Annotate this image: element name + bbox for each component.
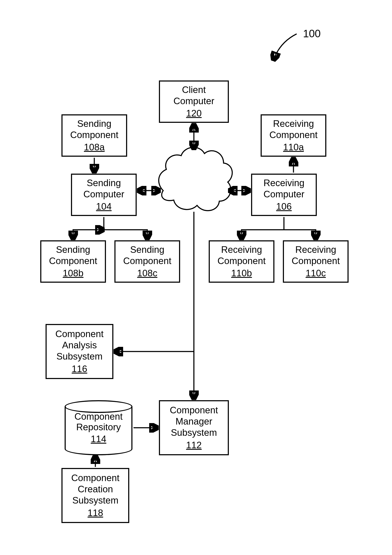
- node-line: Creation: [78, 484, 113, 495]
- edge-106-110b: [242, 230, 284, 239]
- node-line: Subsystem: [72, 495, 118, 506]
- edge-104-108b: [73, 230, 104, 239]
- node-line: Component: [70, 129, 118, 141]
- node-line: Client: [182, 84, 206, 95]
- node-sending-component-c: Sending Component 108c: [114, 240, 180, 283]
- node-ref: 110b: [231, 268, 252, 279]
- node-ref: 108c: [137, 268, 157, 279]
- node-line: Component: [292, 255, 340, 267]
- node-line: Receiving: [221, 244, 262, 255]
- node-ref: 118: [88, 507, 103, 518]
- node-line: Computer: [263, 189, 304, 200]
- node-sending-computer: Sending Computer 104: [71, 174, 137, 216]
- node-line: Component: [123, 255, 171, 267]
- node-line: Component: [170, 405, 218, 416]
- node-line: Receiving: [295, 244, 336, 255]
- node-line: Computer: [83, 189, 124, 200]
- node-ref: 104: [96, 201, 111, 212]
- node-line: Sending: [77, 118, 111, 129]
- diagram-stage: 100 Client Computer 120 Sending Componen…: [0, 0, 392, 555]
- cloud-icon: [159, 147, 232, 211]
- node-receiving-computer: Receiving Computer 106: [251, 174, 317, 216]
- node-line: Component: [49, 255, 97, 267]
- node-ref: 120: [186, 108, 201, 119]
- node-sending-component-b: Sending Component 108b: [40, 240, 106, 283]
- node-ref: 108a: [84, 142, 105, 153]
- node-analysis-subsystem: Component Analysis Subsystem 116: [45, 324, 113, 379]
- node-creation-subsystem: Component Creation Subsystem 118: [61, 468, 129, 523]
- ref-arrow-100: [273, 34, 297, 60]
- node-line: Component: [71, 472, 119, 484]
- node-line: Repository: [76, 422, 121, 432]
- node-line: Computer: [173, 95, 214, 107]
- node-line: Analysis: [62, 340, 97, 351]
- node-receiving-component-a: Receiving Component 110a: [261, 114, 326, 157]
- node-line: Sending: [130, 244, 164, 255]
- node-receiving-component-c: Receiving Component 110c: [283, 240, 348, 283]
- node-receiving-component-b: Receiving Component 110b: [209, 240, 274, 283]
- node-ref: 112: [186, 440, 201, 451]
- node-line: Component: [217, 255, 266, 267]
- node-line: Receiving: [263, 177, 304, 189]
- edge-104-108c: [104, 230, 147, 239]
- node-line: Sending: [56, 244, 90, 255]
- diagram-ref-100: 100: [303, 28, 321, 40]
- node-line: Component: [269, 129, 318, 141]
- node-client-computer: Client Computer 120: [159, 80, 229, 123]
- node-ref: 114: [91, 434, 106, 444]
- node-line: Component: [55, 329, 104, 340]
- node-ref: 110a: [283, 142, 304, 153]
- node-component-repository: Component Repository 114: [65, 400, 133, 455]
- node-line: Sending: [87, 177, 121, 189]
- node-line: Receiving: [273, 118, 314, 129]
- edge-106-110c: [284, 230, 316, 239]
- node-ref: 110c: [306, 268, 326, 279]
- node-ref: 108b: [63, 268, 83, 279]
- node-line: Manager: [176, 416, 212, 427]
- node-line: Subsystem: [171, 427, 217, 438]
- node-line: Subsystem: [56, 351, 103, 362]
- node-manager-subsystem: Component Manager Subsystem 112: [159, 400, 229, 455]
- node-ref: 106: [276, 201, 292, 212]
- node-ref: 116: [72, 363, 87, 375]
- node-sending-component-a: Sending Component 108a: [61, 114, 127, 157]
